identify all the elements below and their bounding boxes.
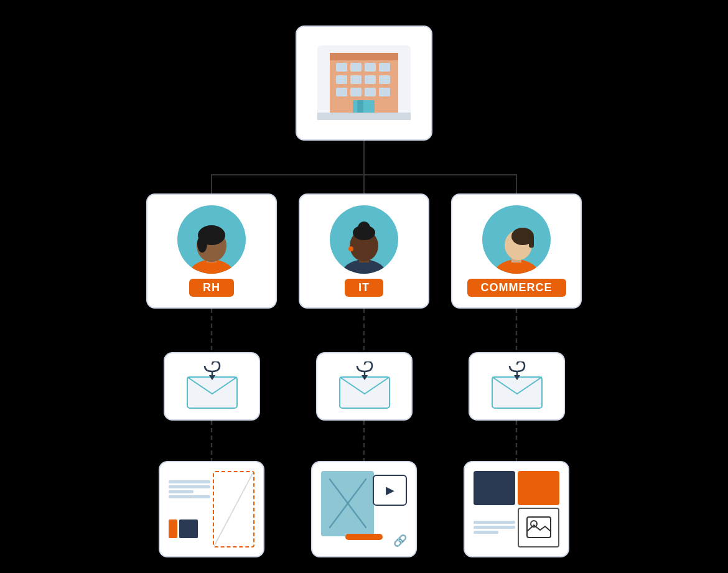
line-bar	[169, 490, 194, 493]
image-x-placeholder	[321, 471, 374, 536]
svg-rect-15	[365, 75, 376, 84]
content-node-it: ▶ 🔗	[311, 461, 417, 557]
avatar-rh	[177, 205, 246, 274]
com-orange-block	[518, 471, 559, 505]
line-bar	[169, 485, 210, 488]
svg-point-33	[358, 221, 370, 234]
svg-rect-18	[350, 88, 362, 96]
dept-node-commerce: COMMERCE	[451, 193, 582, 309]
cta-pill	[345, 534, 383, 540]
svg-point-28	[197, 235, 207, 253]
svg-rect-19	[365, 88, 376, 96]
video-thumbnail: ▶	[373, 475, 407, 506]
line-bar	[474, 521, 515, 524]
orange-accent-block	[169, 519, 177, 538]
dept-node-rh: RH	[146, 193, 277, 309]
svg-rect-22	[357, 100, 363, 114]
text-lines-rh	[169, 471, 210, 508]
content-preview-rh	[165, 467, 258, 551]
svg-rect-13	[336, 75, 347, 84]
svg-rect-23	[317, 113, 411, 120]
dark-block	[179, 519, 198, 538]
svg-rect-14	[350, 75, 362, 84]
dept-label-commerce: COMMERCE	[467, 279, 566, 297]
building-illustration	[308, 35, 420, 131]
email-icon-rh	[165, 353, 259, 419]
svg-rect-10	[350, 63, 362, 72]
svg-rect-11	[365, 63, 376, 72]
svg-point-34	[348, 246, 353, 251]
com-image-placeholder	[518, 508, 559, 547]
content-preview-it: ▶ 🔗	[317, 467, 411, 551]
content-node-commerce	[464, 461, 569, 557]
avatar-commerce	[482, 205, 551, 274]
email-node-it	[316, 352, 413, 421]
svg-rect-17	[336, 88, 347, 96]
email-icon-commerce	[470, 353, 564, 419]
line-bar	[169, 495, 210, 498]
line-bar	[169, 480, 210, 483]
link-icon: 🔗	[393, 534, 407, 547]
bottom-blocks-rh	[169, 510, 210, 547]
svg-rect-12	[379, 63, 390, 72]
svg-rect-39	[529, 235, 534, 248]
svg-rect-8	[330, 53, 398, 60]
play-icon: ▶	[386, 483, 394, 497]
line-bar	[474, 526, 515, 529]
email-node-rh	[164, 352, 260, 421]
avatar-it	[330, 205, 398, 274]
svg-rect-9	[336, 63, 347, 72]
placeholder-inner	[214, 472, 253, 546]
svg-rect-20	[379, 88, 390, 96]
line-bar	[474, 531, 498, 534]
content-preview-commerce	[470, 467, 563, 551]
dept-label-rh: RH	[189, 279, 234, 297]
content-node-rh	[159, 461, 264, 557]
email-icon-it	[317, 353, 411, 419]
image-placeholder-rh	[213, 471, 254, 547]
svg-rect-21	[353, 100, 375, 114]
com-text-lines	[474, 508, 515, 547]
root-node	[296, 26, 432, 141]
dept-label-it: IT	[345, 279, 383, 297]
email-node-commerce	[469, 352, 565, 421]
com-dark-block	[474, 471, 515, 505]
svg-rect-16	[379, 75, 390, 84]
org-diagram: RH IT	[84, 13, 644, 561]
svg-point-52	[531, 521, 537, 527]
dept-node-it: IT	[299, 193, 429, 309]
